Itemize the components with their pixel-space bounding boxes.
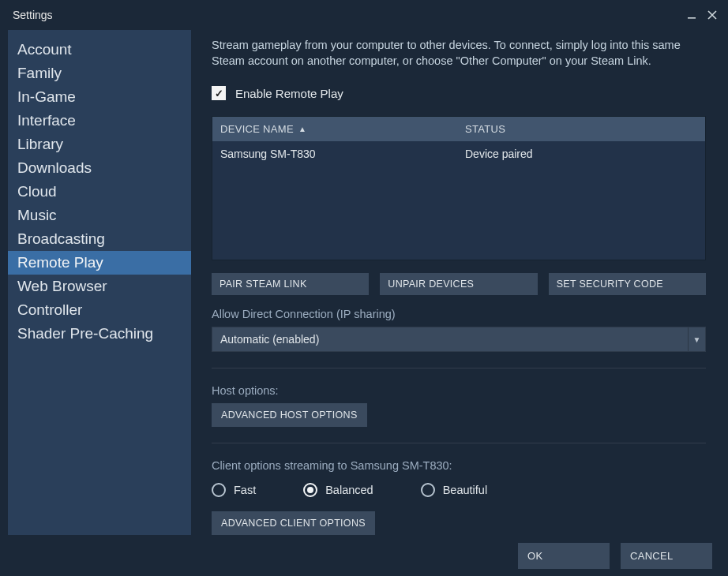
settings-sidebar: AccountFamilyIn-GameInterfaceLibraryDown…	[8, 30, 191, 535]
svg-rect-0	[688, 17, 696, 19]
unpair-devices-button[interactable]: UNPAIR DEVICES	[380, 273, 537, 295]
device-name-cell: Samsung SM-T830	[212, 141, 457, 166]
sidebar-item-remote-play[interactable]: Remote Play	[8, 251, 191, 275]
sidebar-item-downloads[interactable]: Downloads	[8, 156, 191, 180]
quality-radio-fast[interactable]: Fast	[212, 483, 256, 497]
sidebar-item-music[interactable]: Music	[8, 204, 191, 227]
sidebar-item-interface[interactable]: Interface	[8, 109, 191, 133]
ok-button[interactable]: OK	[518, 543, 610, 569]
checkmark-icon: ✓	[212, 86, 226, 100]
window-title: Settings	[13, 9, 53, 21]
host-options-label: Host options:	[212, 384, 706, 397]
radio-label: Fast	[234, 484, 256, 496]
divider	[212, 443, 706, 443]
radio-label: Balanced	[325, 484, 373, 496]
sidebar-item-library[interactable]: Library	[8, 133, 191, 156]
direct-connection-value: Automatic (enabled)	[212, 327, 688, 351]
chevron-down-icon: ▼	[688, 327, 705, 351]
direct-connection-label: Allow Direct Connection (IP sharing)	[212, 308, 706, 320]
close-icon[interactable]	[704, 7, 720, 23]
sidebar-item-cloud[interactable]: Cloud	[8, 180, 191, 204]
sidebar-item-shader-pre-caching[interactable]: Shader Pre-Caching	[8, 322, 191, 346]
minimize-icon[interactable]	[684, 7, 700, 23]
quality-radio-balanced[interactable]: Balanced	[303, 483, 373, 497]
device-status-cell: Device paired	[457, 141, 705, 166]
divider	[212, 368, 706, 368]
sidebar-item-in-game[interactable]: In-Game	[8, 85, 191, 109]
sidebar-item-account[interactable]: Account	[8, 38, 191, 62]
sidebar-item-broadcasting[interactable]: Broadcasting	[8, 227, 191, 251]
advanced-client-options-button[interactable]: ADVANCED CLIENT OPTIONS	[212, 511, 375, 535]
settings-main: Stream gameplay from your computer to ot…	[191, 30, 720, 535]
set-security-code-button[interactable]: SET SECURITY CODE	[549, 273, 706, 295]
quality-radio-beautiful[interactable]: Beautiful	[421, 483, 487, 497]
enable-remote-play-checkbox[interactable]: ✓ Enable Remote Play	[212, 86, 706, 100]
remote-play-description: Stream gameplay from your computer to ot…	[212, 38, 706, 69]
radio-label: Beautiful	[443, 484, 487, 496]
pair-steam-link-button[interactable]: PAIR STEAM LINK	[212, 273, 369, 295]
radio-icon	[212, 483, 226, 497]
titlebar: Settings	[0, 0, 728, 30]
column-status[interactable]: STATUS	[457, 117, 705, 141]
sidebar-item-web-browser[interactable]: Web Browser	[8, 275, 191, 298]
sidebar-item-controller[interactable]: Controller	[8, 298, 191, 322]
device-table: DEVICE NAME ▲ STATUS Samsung SM-T830Devi…	[212, 116, 706, 260]
cancel-button[interactable]: CANCEL	[621, 543, 712, 569]
sidebar-item-family[interactable]: Family	[8, 62, 191, 85]
direct-connection-select[interactable]: Automatic (enabled) ▼	[212, 327, 706, 352]
table-row[interactable]: Samsung SM-T830Device paired	[212, 141, 705, 166]
radio-icon	[303, 483, 317, 497]
enable-remote-play-label: Enable Remote Play	[235, 87, 343, 100]
sort-asc-icon: ▲	[298, 125, 306, 133]
client-options-label: Client options streaming to Samsung SM-T…	[212, 459, 706, 472]
column-device-name[interactable]: DEVICE NAME ▲	[212, 117, 457, 141]
radio-icon	[421, 483, 435, 497]
advanced-host-options-button[interactable]: ADVANCED HOST OPTIONS	[212, 403, 367, 427]
footer: OK CANCEL	[0, 535, 728, 576]
